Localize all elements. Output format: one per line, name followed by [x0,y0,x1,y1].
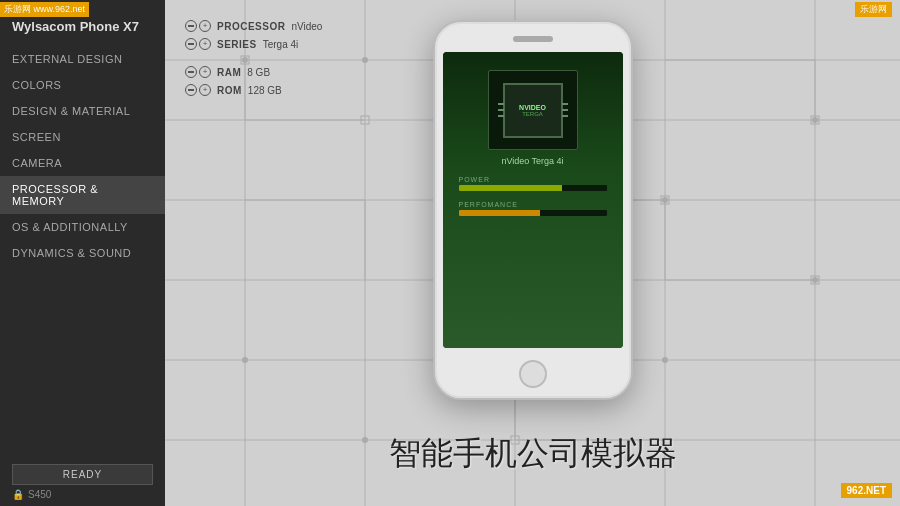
screen-power-bar-fill [459,185,563,191]
svg-point-16 [242,357,248,363]
chip-model-label: TERGA [522,111,543,117]
spec-plus-ram[interactable] [199,66,211,78]
svg-point-17 [362,437,368,443]
spec-icons-series [185,38,211,50]
spec-icons-ram [185,66,211,78]
screen-power-label: POWER [459,176,490,183]
sidebar-item-processor-memory[interactable]: PROCESSOR & MEMORY [0,176,165,214]
spec-icons-processor [185,20,211,32]
spec-label-ram: RAM [217,67,241,78]
screen-content: nVideo TERGA nVideo Terga 4i POWER PERFO… [443,52,623,348]
chinese-text-overlay: 智能手机公司模拟器 [389,432,677,476]
sidebar-nav: EXTERNAL DESIGN COLORS DESIGN & MATERIAL… [0,46,165,456]
screen-perf-bar-bg [459,210,607,216]
phone-screen: nVideo TERGA nVideo Terga 4i POWER PERFO… [443,52,623,348]
spec-minus-rom[interactable] [185,84,197,96]
main-content: PROCESSOR nVideo SERIES Terga 4i RAM [165,0,900,506]
lock-icon: 🔒 [12,489,24,500]
spec-value-ram: 8 GB [247,67,270,78]
chip-image: nVideo TERGA [488,70,578,150]
spec-minus-processor[interactable] [185,20,197,32]
balance-display: 🔒 S450 [12,489,153,500]
sidebar: SMARTPHONE Wylsacom Phone X7 EXTERNAL DE… [0,0,165,506]
site-watermark-tr: 乐游网 [855,2,892,17]
sidebar-item-design-material[interactable]: DESIGN & MATERIAL [0,98,165,124]
phone-mockup: nVideo TERGA nVideo Terga 4i POWER PERFO… [433,20,633,400]
spec-label-series: SERIES [217,39,257,50]
sidebar-bottom: READY 🔒 S450 [0,456,165,506]
spec-label-rom: ROM [217,85,242,96]
spec-minus-ram[interactable] [185,66,197,78]
svg-point-12 [362,57,368,63]
sidebar-item-external-design[interactable]: EXTERNAL DESIGN [0,46,165,72]
spec-row-rom: ROM 128 GB [185,84,322,96]
sidebar-item-os[interactable]: OS & ADDITIONALLY [0,214,165,240]
screen-chip-name: nVideo Terga 4i [501,156,563,166]
spec-panel: PROCESSOR nVideo SERIES Terga 4i RAM [185,20,322,102]
spec-value-processor: nVideo [291,21,322,32]
site-watermark-top: 乐游网 www.962.net [0,2,89,17]
sidebar-item-camera[interactable]: CAMERA [0,150,165,176]
spec-value-rom: 128 GB [248,85,282,96]
spec-row-processor: PROCESSOR nVideo [185,20,322,32]
phone-notch [513,36,553,42]
chip-inner: nVideo TERGA [503,83,563,138]
phone-outer: nVideo TERGA nVideo Terga 4i POWER PERFO… [433,20,633,400]
spec-row-ram: RAM 8 GB [185,66,322,78]
spec-minus-series[interactable] [185,38,197,50]
ready-button[interactable]: READY [12,464,153,485]
svg-point-19 [662,357,668,363]
sidebar-item-colors[interactable]: COLORS [0,72,165,98]
sidebar-item-screen[interactable]: SCREEN [0,124,165,150]
spec-plus-series[interactable] [199,38,211,50]
site-watermark-br: 962.NET [841,483,892,498]
spec-plus-processor[interactable] [199,20,211,32]
spec-icons-rom [185,84,211,96]
phone-home-button [519,360,547,388]
chip-brand-label: nVideo [519,104,546,111]
balance-value: S450 [28,489,51,500]
spec-plus-rom[interactable] [199,84,211,96]
screen-power-bar-bg [459,185,607,191]
spec-label-processor: PROCESSOR [217,21,285,32]
screen-perf-label: PERFOMANCE [459,201,518,208]
screen-perf-bar-fill [459,210,540,216]
sidebar-item-dynamics-sound[interactable]: DYNAMICS & SOUND [0,240,165,266]
spec-row-series: SERIES Terga 4i [185,38,322,50]
app-container: 乐游网 www.962.net 962.NET 乐游网 SMARTPHONE W… [0,0,900,506]
spec-value-series: Terga 4i [263,39,299,50]
sidebar-title: Wylsacom Phone X7 [12,19,153,34]
